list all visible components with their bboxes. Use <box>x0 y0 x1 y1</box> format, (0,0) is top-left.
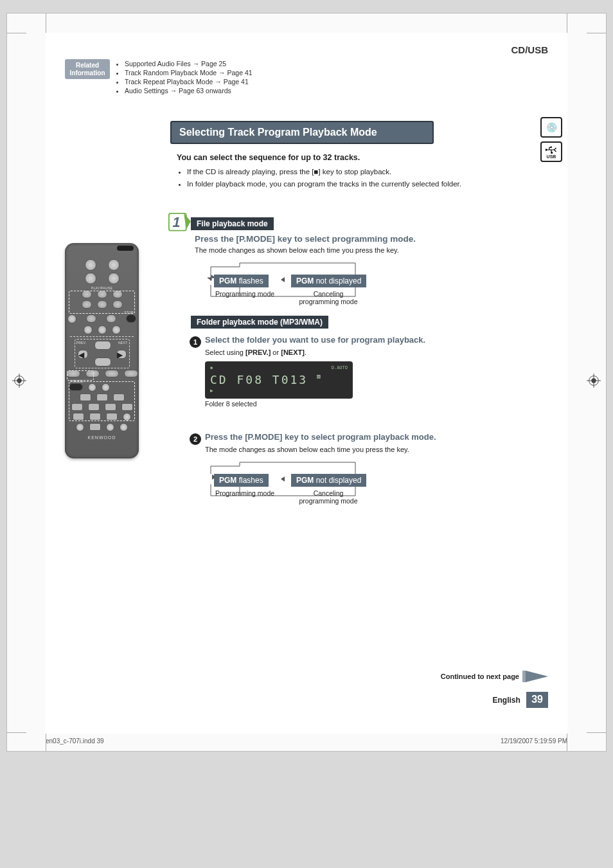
registration-mark-icon <box>12 374 26 388</box>
substep-1: 1 Select the folder you want to use for … <box>190 335 548 347</box>
remote-brand: KENWOOD <box>65 435 139 440</box>
continued-text: Continued to next page <box>441 673 519 680</box>
remote-button[interactable] <box>106 314 116 323</box>
remote-button[interactable] <box>85 273 96 284</box>
remote-control: PLAY/PAUSE STOP <box>65 243 139 458</box>
footer-page-number: 39 <box>526 692 548 708</box>
remote-button[interactable] <box>84 325 93 334</box>
flow-label-canceling: Cancelingprogramming mode <box>290 290 367 305</box>
substep-2-title: Press the [P.MODE] key to select program… <box>205 432 436 442</box>
print-timestamp: 12/19/2007 5:19:59 PM <box>501 737 567 745</box>
pgm-flashes-chip: PGM flashes <box>214 474 269 487</box>
remote-dpad-left[interactable]: ◀ <box>78 350 88 359</box>
remote-ir-emitter <box>117 246 134 251</box>
remote-dpad-down[interactable] <box>94 357 111 366</box>
related-info-list: Supported Audio Files → Page 25 Track Ra… <box>115 59 253 95</box>
step-1: 1 File playback mode Press the [P.MODE] … <box>177 217 548 500</box>
substep-1-title: Select the folder you want to use for pr… <box>205 335 425 345</box>
pgm-flashes-chip: PGM flashes <box>214 275 269 287</box>
flow-label-canceling: Cancelingprogramming mode <box>290 489 367 505</box>
crop-mark <box>567 732 567 751</box>
media-tabs: 💿 USB <box>540 117 562 162</box>
svg-point-3 <box>17 378 21 383</box>
page-footer: English 39 <box>493 692 548 708</box>
lcd-dauto: D.AUTO <box>332 365 348 370</box>
disc-glyph: 💿 <box>546 123 557 132</box>
remote-button[interactable] <box>112 325 121 334</box>
remote-button[interactable] <box>98 325 107 334</box>
remote-highlight-pmode <box>67 370 94 381</box>
substep-1-body: Select using [PREV.] or [NEXT]. <box>205 348 548 356</box>
file-mode-desc: The mode changes as shown below each tim… <box>195 246 548 254</box>
flow-label-programming: Programming mode <box>213 290 277 298</box>
intro-block: You can select the sequence for up to 32… <box>177 153 479 189</box>
flow-label-programming: Programming mode <box>213 489 277 497</box>
remote-dpad-up[interactable] <box>94 341 111 350</box>
remote-button[interactable] <box>124 370 138 377</box>
remote-button[interactable] <box>76 423 84 431</box>
crop-mark <box>46 732 46 751</box>
remote-button[interactable] <box>105 370 119 377</box>
file-mode-badge: File playback mode <box>191 217 274 230</box>
remote-button[interactable] <box>85 259 96 271</box>
intro-heading: You can select the sequence for up to 32… <box>177 153 479 162</box>
crop-mark <box>7 33 26 33</box>
remote-button[interactable] <box>108 273 120 284</box>
file-mode-action: Press the [P.MODE] key to select program… <box>195 234 548 244</box>
remote-column: PLAY/PAUSE STOP <box>65 121 155 502</box>
svg-point-10 <box>546 149 547 150</box>
lcd-main: CD F08 T013 ▥ <box>210 373 348 386</box>
pgm-flow-diagram: PGM flashes PGM not displayed Programmin… <box>195 260 548 300</box>
intro-bullet: If the CD is already playing, press the … <box>187 167 479 177</box>
usb-glyph <box>546 145 557 154</box>
pgm-flow-diagram-2: PGM flashes PGM not displayed Programmin… <box>195 460 548 500</box>
remote-button[interactable] <box>106 423 114 431</box>
remote-button[interactable] <box>108 259 120 271</box>
remote-highlight-playpause <box>69 291 135 314</box>
lcd-display: ◉ D.AUTO CD F08 T013 ▥ ▶ <box>205 361 353 399</box>
registration-mark-icon <box>587 374 601 388</box>
svg-text:1: 1 <box>173 215 181 230</box>
remote-dpad: PREV. NEXT ◀ ▶ <box>75 339 130 368</box>
svg-point-5 <box>591 378 596 383</box>
footer-language: English <box>493 696 520 705</box>
usb-label: USB <box>547 154 556 159</box>
main-column: Selecting Track Program Playback Mode 💿 … <box>170 121 548 502</box>
substep-2-desc: The mode changes as shown below each tim… <box>205 446 548 453</box>
lcd-bottom-icons: ▶ <box>210 388 348 393</box>
lcd-top-icons: ◉ D.AUTO <box>210 365 348 370</box>
continued-arrow-icon <box>526 671 548 682</box>
usb-icon: USB <box>540 141 562 162</box>
substep-2: 2 Press the [P.MODE] key to select progr… <box>190 432 548 444</box>
crop-mark <box>7 732 26 733</box>
print-metadata: en03_c-707i.indd 39 12/19/2007 5:19:59 P… <box>46 737 567 745</box>
remote-button[interactable] <box>120 423 128 431</box>
remote-divider <box>70 336 134 337</box>
intro-bullet: In folder playback mode, you can program… <box>187 179 479 189</box>
remote-highlight-keypad <box>69 381 135 421</box>
step-number-icon: 1 <box>168 212 191 236</box>
circled-num-1: 1 <box>190 336 201 348</box>
crop-mark <box>587 33 606 33</box>
crop-mark <box>567 14 567 33</box>
disc-icon: 💿 <box>540 117 562 138</box>
related-line2: Information <box>70 69 105 77</box>
remote-dpad-right[interactable]: ▶ <box>116 350 127 359</box>
related-item: Track Random Playback Mode → Page 41 <box>125 68 253 77</box>
remote-button[interactable] <box>86 314 96 323</box>
related-info-row: Related Information Supported Audio File… <box>65 59 548 95</box>
lcd-caption: Folder 8 selected <box>205 400 548 408</box>
lcd-disc-icon: ◉ <box>210 365 213 370</box>
continued-indicator: Continued to next page <box>441 671 548 682</box>
related-item: Track Repeat Playback Mode → Page 41 <box>125 77 253 86</box>
pgm-notdisplayed-chip: PGM not displayed <box>291 275 366 287</box>
folder-mode-badge: Folder playback mode (MP3/WMA) <box>191 316 328 329</box>
header-section-label: CD/USB <box>65 44 548 55</box>
remote-button-stop[interactable] <box>126 314 136 323</box>
page-content: CD/USB Related Information Supported Aud… <box>46 33 567 734</box>
crop-mark <box>587 732 606 733</box>
remote-button[interactable] <box>67 314 76 323</box>
remote-num-0[interactable] <box>89 423 101 431</box>
print-file: en03_c-707i.indd 39 <box>46 737 104 745</box>
page-outer: CD/USB Related Information Supported Aud… <box>6 13 607 752</box>
